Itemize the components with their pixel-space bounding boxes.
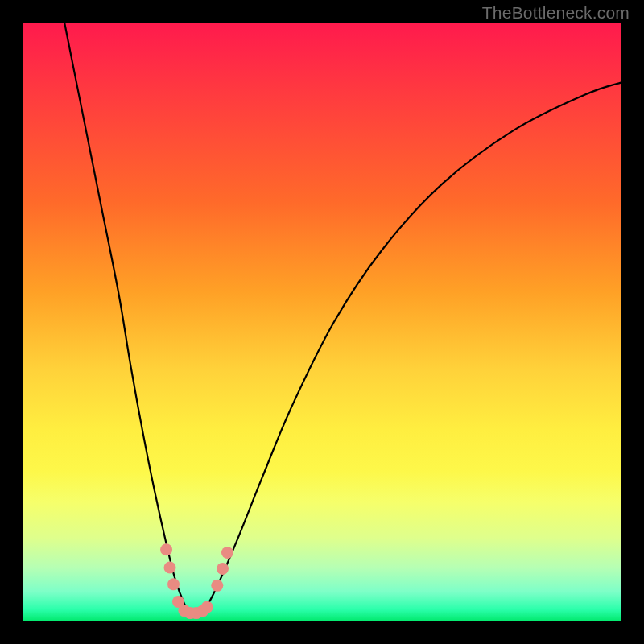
curve-marker: [160, 543, 172, 555]
plot-area: [23, 23, 621, 621]
curve-marker: [221, 547, 233, 559]
bottleneck-curve: [64, 23, 621, 613]
chart-frame: TheBottleneck.com: [0, 0, 644, 644]
chart-svg: [23, 23, 621, 621]
marker-group: [160, 543, 233, 619]
curve-marker: [167, 578, 180, 590]
curve-marker: [164, 562, 176, 574]
curve-marker: [211, 580, 223, 592]
curve-marker: [201, 601, 213, 613]
watermark-text: TheBottleneck.com: [482, 3, 630, 23]
curve-marker: [217, 563, 229, 575]
